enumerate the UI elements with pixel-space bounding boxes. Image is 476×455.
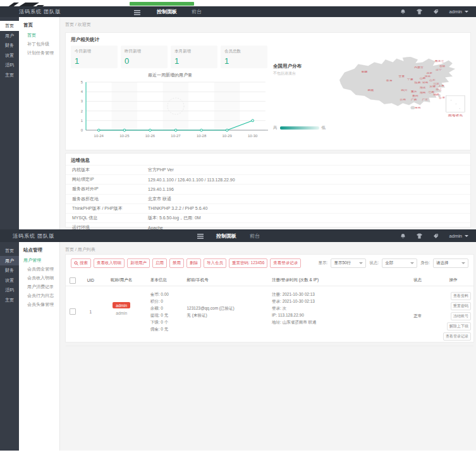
row-action-button[interactable]: 查看资料	[451, 292, 471, 300]
secondary-nav-item[interactable]: 补丁包升级	[19, 40, 59, 49]
toolbar-button-3[interactable]: 新增用户	[127, 258, 150, 268]
secondary-nav-item[interactable]: 会员行为日志	[19, 291, 59, 300]
primary-sidebar: 首页用户财务设置活码主页	[0, 17, 19, 229]
server-info-value: THINKPHP 3.2.2 / PHP 5.6.40	[148, 206, 207, 210]
sidebar-item-1[interactable]: 首页	[0, 21, 19, 31]
tag-icon[interactable]	[433, 9, 439, 15]
secondary-nav-item[interactable]: 首页	[19, 31, 59, 40]
toolbar-button-8[interactable]: 重置密码: 123456	[229, 258, 267, 268]
stat-value: 1	[75, 56, 114, 66]
sidebar-item-5[interactable]: 活码	[0, 60, 19, 70]
col-register: 注册/登录时间 (次数 & IP)	[272, 277, 413, 283]
row-action-button[interactable]: 查看登录记录	[443, 332, 471, 341]
sidebar-item-6[interactable]: 主页	[0, 295, 19, 305]
filter-select[interactable]: 请选择	[433, 258, 468, 268]
toolbar-button-2[interactable]: 查看收入明细	[94, 258, 125, 268]
sidebar-item-1[interactable]: 首页	[0, 246, 19, 256]
menu-control-panel[interactable]: 控制面板	[157, 6, 177, 17]
toolbar-button-5[interactable]: 禁用	[169, 258, 184, 268]
contact-lines: 123123@qq.com (已验证)无 (未验证)	[186, 291, 272, 318]
svg-text:10-28: 10-28	[197, 134, 207, 138]
svg-text:2: 2	[81, 109, 83, 113]
secondary-nav-item[interactable]: 会员佣金管理	[19, 265, 59, 274]
stat-value: 0	[125, 56, 164, 66]
secondary-nav-list: 首页补丁包升级计划任务管理	[19, 31, 59, 58]
bell-icon[interactable]	[400, 233, 406, 239]
menu-control-panel[interactable]: 控制面板	[216, 229, 236, 242]
sidebar-item-4[interactable]: 设置	[0, 276, 19, 286]
secondary-nav-item[interactable]: 用户消费记录	[19, 282, 59, 291]
server-info-value: 版本: 5.6.50-log，已用: 0M	[148, 215, 201, 221]
search-icon	[74, 261, 78, 265]
col-nickname: 昵称/用户名	[102, 277, 150, 283]
shirt-icon[interactable]	[417, 9, 422, 15]
svg-text:3: 3	[81, 99, 83, 103]
user-dropdown[interactable]: admin	[449, 9, 468, 15]
shirt-icon[interactable]	[417, 233, 422, 239]
tag-icon[interactable]	[433, 233, 439, 239]
toolbar-button-6[interactable]: 删除	[186, 258, 201, 268]
province-label: 湖北	[420, 86, 427, 88]
province-label: 云南	[400, 98, 406, 100]
user-dropdown[interactable]: admin	[449, 233, 468, 239]
sidebar-item-user-management[interactable]: 用户管理	[19, 256, 59, 265]
server-info-row: 运行环境Apache	[66, 222, 470, 229]
row-action-button[interactable]: 冻结账号	[451, 312, 471, 320]
basic-info-line: 余额: 0	[150, 305, 187, 312]
menu-frontend[interactable]: 前台	[192, 6, 202, 17]
chart-title: 最近一周新增的用户量	[66, 72, 274, 78]
sidebar-item-4[interactable]: 设置	[0, 51, 19, 61]
top-white-strip	[0, 0, 476, 6]
app-root: 活码系统 团队版 控制面板 前台 admin 首页用户财务设置活码主页 首页 首…	[0, 0, 476, 455]
toolbar-button-label: 导入会员	[207, 260, 223, 266]
sidebar-item-2[interactable]: 用户	[0, 256, 19, 266]
map-title: 全国用户分布	[273, 63, 302, 70]
toolbar-button-7[interactable]: 导入会员	[204, 258, 226, 268]
province-label: 北京	[426, 72, 433, 75]
server-info-row: 内核版本官方PHP Ver	[66, 165, 470, 174]
secondary-nav-item[interactable]: 会员头像管理	[19, 300, 59, 309]
user-name: admin	[449, 9, 462, 15]
sidebar-item-5[interactable]: 活码	[0, 285, 19, 295]
toolbar-button-1[interactable]: 搜索	[71, 258, 91, 268]
filter-select[interactable]: 全部	[382, 258, 417, 268]
sidebar-item-3[interactable]: 财务	[0, 40, 19, 51]
filter-selected-value: 请选择	[436, 260, 449, 266]
dashboard-screen: 活码系统 团队版 控制面板 前台 admin 首页用户财务设置活码主页 首页 首…	[0, 0, 476, 229]
legend-low-label: 低	[322, 125, 326, 131]
sidebar-item-3[interactable]: 财务	[0, 265, 19, 276]
province-label: 新疆	[362, 70, 369, 73]
province-label: 湖南	[420, 92, 427, 94]
sidebar-item-6[interactable]: 主页	[0, 70, 19, 80]
row-action-button[interactable]: 重置密码	[451, 302, 471, 310]
row-checkbox[interactable]	[70, 308, 76, 315]
hamburger-icon[interactable]	[134, 6, 140, 18]
province-label: 四川	[401, 89, 407, 92]
dashboard-content: 首页 / 欢迎页 用户相关统计 今日新增1昨日新增0本月新增1会员总数1 最近一…	[60, 17, 476, 229]
brand-title: 活码系统 团队版	[19, 6, 61, 17]
province-label: 江西	[428, 91, 435, 94]
user-list-content: 首页 / 用户列表 搜索查看收入明细新增用户启用禁用删除导入会员重置密码: 12…	[60, 242, 476, 455]
toolbar-button-9[interactable]: 查看登录记录	[270, 258, 301, 268]
select-all-checkbox[interactable]	[70, 277, 76, 284]
breadcrumb[interactable]: 首页 / 欢迎页	[65, 21, 91, 28]
row-actions: 查看资料重置密码冻结账号解除上下级查看登录记录	[436, 291, 473, 341]
row-action-button[interactable]: 解除上下级	[447, 322, 471, 331]
col-actions: 操作	[436, 277, 473, 283]
toolbar-button-4[interactable]: 启用	[152, 258, 167, 268]
primary-sidebar: 首页用户财务设置活码主页	[0, 242, 19, 455]
secondary-nav-item[interactable]: 会员收入明细	[19, 274, 59, 282]
breadcrumb[interactable]: 首页 / 用户列表	[65, 246, 95, 253]
sidebar-item-2[interactable]: 用户	[0, 31, 19, 41]
province-label: 福建	[432, 94, 440, 96]
secondary-nav-item[interactable]: 计划任务管理	[19, 49, 59, 58]
menu-frontend[interactable]: 前台	[250, 229, 260, 242]
stat-label: 会员总数	[224, 49, 264, 54]
toolbar-button-label: 搜索	[80, 260, 88, 266]
username-text: admin	[102, 311, 142, 315]
bell-icon[interactable]	[400, 9, 406, 15]
filter-label: 显示:	[319, 260, 328, 266]
col-contact: 邮箱/手机号	[186, 277, 272, 283]
hamburger-icon[interactable]	[197, 230, 204, 241]
filter-select[interactable]: 显示50行	[331, 258, 366, 268]
